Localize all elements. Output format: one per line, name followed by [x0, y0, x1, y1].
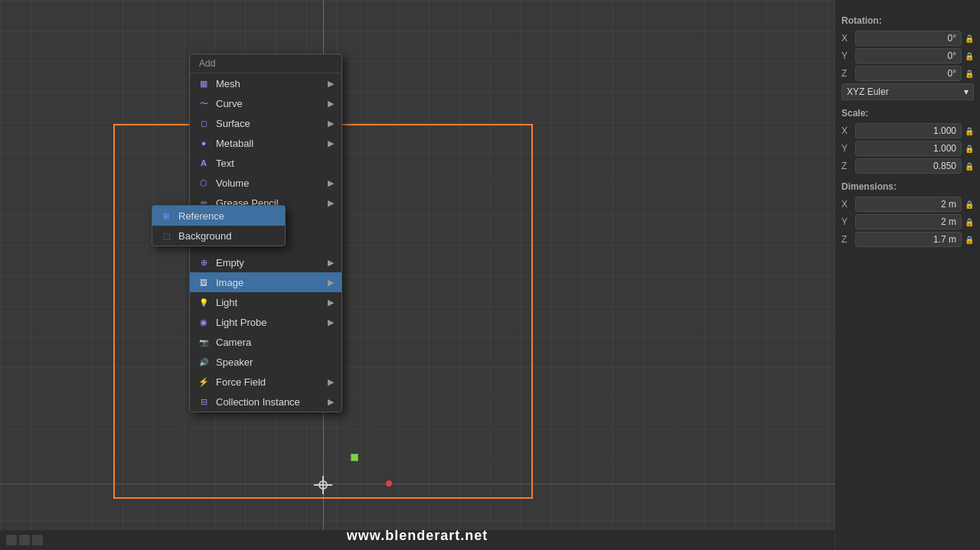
rotation-title: Rotation:	[841, 15, 974, 26]
menu-item-curve-label: Curve	[216, 98, 322, 109]
menu-item-volume-label: Volume	[216, 177, 322, 189]
menu-item-empty-label: Empty	[216, 257, 322, 268]
menu-item-speaker[interactable]: Speaker	[190, 352, 341, 372]
light-arrow: ▶	[328, 298, 334, 308]
submenu-item-background[interactable]: Background	[152, 226, 285, 246]
camera-icon	[198, 336, 210, 348]
rotation-x-lock[interactable]: 🔒	[965, 34, 974, 43]
dim-y-lock[interactable]: 🔒	[965, 218, 974, 226]
background-icon	[160, 229, 172, 242]
surface-icon	[198, 117, 210, 129]
dim-x-value[interactable]: 2 m	[855, 197, 962, 212]
rotation-z-value[interactable]: 0°	[855, 66, 962, 81]
rotation-y-value[interactable]: 0°	[855, 48, 962, 63]
menu-item-image[interactable]: Image ▶	[190, 272, 341, 292]
submenu-item-reference[interactable]: Reference	[152, 206, 285, 226]
euler-dropdown[interactable]: XYZ Euler ▾	[841, 83, 974, 100]
rotation-y-lock[interactable]: 🔒	[965, 52, 974, 60]
scale-z-row: Z 0.850 🔒	[841, 158, 974, 174]
dim-y-label: Y	[841, 216, 852, 227]
menu-item-camera-label: Camera	[216, 337, 334, 348]
collection-icon	[198, 395, 210, 408]
scale-y-label: Y	[841, 143, 852, 154]
reference-icon	[160, 210, 172, 222]
metaball-icon	[198, 137, 210, 149]
menu-item-surface[interactable]: Surface ▶	[190, 113, 341, 133]
curve-arrow: ▶	[328, 99, 334, 109]
menu-item-force-field[interactable]: Force Field ▶	[190, 372, 341, 392]
rotation-z-row: Z 0° 🔒	[841, 66, 974, 81]
light-probe-arrow: ▶	[328, 317, 334, 327]
right-panel: Rotation: X 0° 🔒 Y 0° 🔒 Z 0° 🔒 XYZ Euler…	[835, 0, 980, 550]
light-probe-icon	[198, 316, 210, 328]
menu-item-light[interactable]: Light ▶	[190, 292, 341, 312]
volume-arrow: ▶	[328, 178, 334, 188]
vertex-dot	[351, 454, 358, 461]
image-submenu: Reference Background	[152, 205, 286, 246]
scale-z-value[interactable]: 0.850	[855, 158, 962, 174]
mesh-arrow: ▶	[328, 79, 334, 89]
scale-z-lock[interactable]: 🔒	[965, 162, 974, 171]
image-icon	[198, 276, 210, 288]
bar-dot[interactable]	[32, 535, 43, 545]
rotation-z-label: Z	[841, 68, 852, 79]
viewport[interactable]: www.blenderart.net Add Mesh ▶ Curve ▶ Su…	[0, 0, 835, 550]
dim-x-row: X 2 m 🔒	[841, 197, 974, 212]
euler-dropdown-chevron: ▾	[964, 86, 969, 97]
dim-y-row: Y 2 m 🔒	[841, 214, 974, 229]
transform-circle	[318, 480, 328, 490]
speaker-icon	[198, 356, 210, 368]
menu-item-metaball[interactable]: Metaball ▶	[190, 133, 341, 153]
bar-dot[interactable]	[6, 535, 17, 545]
scale-y-value[interactable]: 1.000	[855, 141, 962, 156]
grease-pencil-arrow: ▶	[328, 198, 334, 208]
menu-item-mesh[interactable]: Mesh ▶	[190, 73, 341, 93]
scale-x-row: X 1.000 🔒	[841, 123, 974, 138]
empty-arrow: ▶	[328, 258, 334, 268]
collection-arrow: ▶	[328, 397, 334, 407]
menu-item-volume[interactable]: Volume ▶	[190, 173, 341, 193]
menu-item-empty[interactable]: Empty ▶	[190, 252, 341, 272]
scale-x-lock[interactable]: 🔒	[965, 127, 974, 135]
viewport-grid	[0, 0, 835, 550]
dim-z-lock[interactable]: 🔒	[965, 236, 974, 244]
dim-z-label: Z	[841, 234, 852, 245]
menu-item-metaball-label: Metaball	[216, 138, 322, 149]
surface-arrow: ▶	[328, 119, 334, 129]
dimensions-title: Dimensions:	[841, 181, 974, 192]
volume-icon	[198, 177, 210, 189]
menu-item-light-probe-label: Light Probe	[216, 317, 322, 328]
x-axis-line	[0, 483, 835, 484]
dim-z-row: Z 1.7 m 🔒	[841, 232, 974, 247]
submenu-reference-label: Reference	[178, 210, 224, 222]
dim-y-value[interactable]: 2 m	[855, 214, 962, 229]
menu-item-text[interactable]: Text	[190, 153, 341, 173]
red-dot	[386, 480, 392, 487]
metaball-arrow: ▶	[328, 138, 334, 148]
menu-item-collection-instance[interactable]: Collection Instance ▶	[190, 392, 341, 412]
menu-item-curve[interactable]: Curve ▶	[190, 93, 341, 113]
curve-icon	[198, 97, 210, 109]
menu-item-light-probe[interactable]: Light Probe ▶	[190, 312, 341, 332]
rotation-x-label: X	[841, 33, 852, 44]
menu-item-force-field-label: Force Field	[216, 376, 322, 388]
mesh-icon	[198, 77, 210, 89]
dim-x-lock[interactable]: 🔒	[965, 200, 974, 209]
submenu-background-label: Background	[178, 230, 231, 242]
euler-dropdown-label: XYZ Euler	[847, 86, 889, 97]
dim-z-value[interactable]: 1.7 m	[855, 232, 962, 247]
text-icon	[198, 157, 210, 169]
rotation-x-value[interactable]: 0°	[855, 31, 962, 46]
image-arrow: ▶	[328, 278, 334, 288]
dim-x-label: X	[841, 199, 852, 210]
add-menu-header: Add	[190, 54, 341, 73]
menu-item-speaker-label: Speaker	[216, 356, 334, 368]
menu-item-camera[interactable]: Camera	[190, 332, 341, 352]
bar-dot[interactable]	[19, 535, 30, 545]
scale-y-lock[interactable]: 🔒	[965, 145, 974, 153]
menu-item-light-label: Light	[216, 297, 322, 308]
scale-x-value[interactable]: 1.000	[855, 123, 962, 138]
menu-item-surface-label: Surface	[216, 118, 322, 129]
rotation-z-lock[interactable]: 🔒	[965, 70, 974, 78]
menu-item-mesh-label: Mesh	[216, 78, 322, 89]
